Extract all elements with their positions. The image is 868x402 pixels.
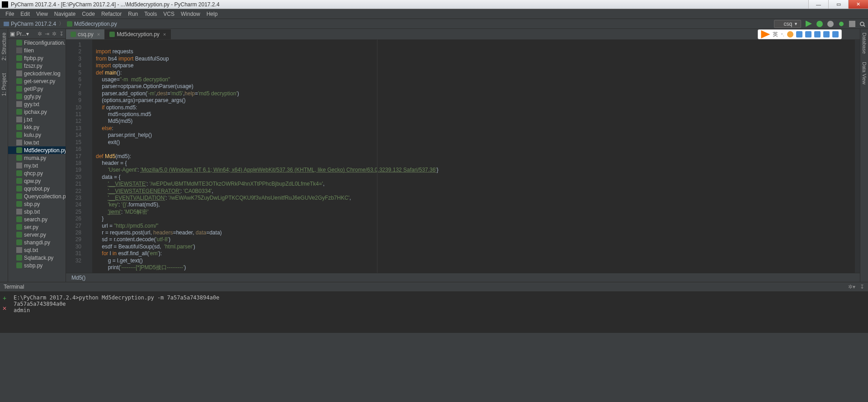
tree-item-label: get-server.py bbox=[24, 78, 55, 84]
tree-item[interactable]: shangdi.py bbox=[8, 238, 66, 246]
tree-item[interactable]: Md5decryption.py bbox=[8, 146, 66, 154]
tree-item[interactable]: qhcp.py bbox=[8, 169, 66, 177]
tree-item[interactable]: geckodriver.log bbox=[8, 70, 66, 77]
tree-item[interactable]: fzszr.py bbox=[8, 62, 66, 70]
ime-lang[interactable]: 英 bbox=[773, 31, 778, 38]
menu-view[interactable]: View bbox=[33, 10, 51, 18]
text-file-icon bbox=[16, 101, 22, 107]
tree-item-label: shangdi.py bbox=[24, 239, 50, 246]
project-collapse-icon[interactable]: ⇥ bbox=[45, 31, 49, 37]
sidetab-project[interactable]: 1: Project bbox=[1, 71, 7, 98]
sync-icon[interactable] bbox=[838, 21, 844, 27]
project-settings-icon[interactable]: ✲ bbox=[38, 31, 42, 37]
terminal-output[interactable]: E:\PyCharm 2017.2.4>python Md5decryption… bbox=[9, 292, 868, 332]
tree-item[interactable]: sbp.txt bbox=[8, 208, 66, 215]
search-icon[interactable] bbox=[860, 22, 864, 26]
tree-item[interactable]: muma.py bbox=[8, 154, 66, 162]
settings-icon[interactable] bbox=[832, 31, 839, 37]
run-config-selector[interactable]: csq▼ bbox=[774, 20, 801, 28]
terminal-body: + ✕ E:\PyCharm 2017.2.4>python Md5decryp… bbox=[0, 292, 868, 332]
tree-item-label: j.txt bbox=[24, 117, 33, 123]
menu-edit[interactable]: Edit bbox=[18, 10, 33, 18]
tree-item[interactable]: server.py bbox=[8, 231, 66, 238]
tree-item[interactable]: ser.py bbox=[8, 223, 66, 231]
python-file-icon bbox=[16, 193, 22, 199]
keyboard-icon[interactable] bbox=[805, 31, 811, 37]
minimize-button[interactable]: — bbox=[808, 0, 828, 9]
tree-item-label: qqrobot.py bbox=[24, 186, 50, 192]
tree-item[interactable]: Sqlattack.py bbox=[8, 254, 66, 262]
crumb-root[interactable]: PyCharm 2017.2.4 bbox=[4, 21, 56, 27]
tree-item[interactable]: ipchax.py bbox=[8, 108, 66, 116]
tree-item[interactable]: sbp.py bbox=[8, 200, 66, 208]
project-hide-icon[interactable]: ↧ bbox=[59, 31, 64, 37]
terminal-new-icon[interactable]: + bbox=[3, 294, 6, 302]
mic-icon[interactable] bbox=[796, 31, 802, 37]
user-icon[interactable] bbox=[814, 31, 821, 37]
python-file-icon bbox=[16, 124, 22, 130]
tree-item[interactable]: search.py bbox=[8, 215, 66, 223]
tree-item-label: sbp.py bbox=[24, 201, 40, 207]
terminal-header: Terminal ✲▾ ↧ bbox=[0, 282, 868, 292]
structure-icon[interactable] bbox=[849, 21, 855, 27]
tree-item[interactable]: Fileconfiguration.py bbox=[8, 39, 66, 47]
tree-item[interactable]: kulu.py bbox=[8, 131, 66, 139]
menu-refactor[interactable]: Refactor bbox=[99, 10, 124, 18]
menu-help[interactable]: Help bbox=[204, 10, 221, 18]
sidetab-database[interactable]: Database bbox=[862, 31, 867, 56]
tree-item[interactable]: qqrobot.py bbox=[8, 185, 66, 192]
run-icon[interactable] bbox=[806, 21, 812, 27]
ime-toolbar[interactable]: 英 •, bbox=[758, 29, 842, 39]
project-pane: ▣ Pr...▾ ✲ ⇥ ✲ ↧ Fileconfiguration.pyfil… bbox=[8, 29, 66, 282]
tree-item[interactable]: low.txt bbox=[8, 139, 66, 146]
python-file-icon bbox=[16, 239, 22, 245]
tree-item[interactable]: ggfy.py bbox=[8, 93, 66, 100]
menu-tools[interactable]: Tools bbox=[142, 10, 160, 18]
project-gear-icon[interactable]: ✲ bbox=[52, 31, 57, 37]
coverage-icon[interactable] bbox=[827, 21, 834, 27]
tree-item[interactable]: sql.txt bbox=[8, 246, 66, 254]
menu-window[interactable]: Window bbox=[178, 10, 203, 18]
sidetab-structure[interactable]: 2: Structure bbox=[1, 31, 7, 62]
tree-item[interactable]: get-server.py bbox=[8, 77, 66, 85]
terminal-gear-icon[interactable]: ✲▾ bbox=[848, 284, 855, 290]
tree-item[interactable]: filen bbox=[8, 47, 66, 54]
tree-item[interactable]: ftpbp.py bbox=[8, 54, 66, 62]
fold-column[interactable] bbox=[86, 40, 92, 273]
terminal-hide-icon[interactable]: ↧ bbox=[860, 284, 864, 290]
menu-file[interactable]: File bbox=[3, 10, 17, 18]
tree-item[interactable]: ssbp.py bbox=[8, 262, 66, 269]
menu-navigate[interactable]: Navigate bbox=[52, 10, 78, 18]
tree-item[interactable]: gyy.txt bbox=[8, 100, 66, 108]
menu-vcs[interactable]: VCS bbox=[160, 10, 177, 18]
python-file-icon bbox=[16, 170, 22, 176]
tab-csq[interactable]: csq.py× bbox=[66, 29, 105, 39]
close-icon[interactable]: × bbox=[163, 32, 166, 37]
menu-code[interactable]: Code bbox=[79, 10, 98, 18]
tree-item-label: server.py bbox=[24, 232, 46, 238]
code-content[interactable]: import requests from bs4 import Beautifu… bbox=[92, 40, 854, 273]
tree-item[interactable]: qpw.py bbox=[8, 177, 66, 185]
emoji-icon[interactable] bbox=[787, 31, 793, 37]
tree-item[interactable]: kkk.py bbox=[8, 123, 66, 131]
project-header-label[interactable]: ▣ Pr...▾ bbox=[10, 31, 29, 37]
code-editor[interactable]: 1234567891011121314151617181920212223242… bbox=[66, 40, 860, 273]
tab-md5decryption[interactable]: Md5decryption.py× bbox=[105, 29, 171, 39]
maximize-button[interactable]: ▭ bbox=[828, 0, 848, 9]
menu-run[interactable]: Run bbox=[125, 10, 141, 18]
tree-item[interactable]: my.txt bbox=[8, 162, 66, 169]
debug-icon[interactable] bbox=[816, 21, 823, 27]
crumb-file[interactable]: Md5decryption.py bbox=[67, 21, 117, 27]
terminal-title[interactable]: Terminal bbox=[4, 284, 24, 290]
python-file-icon bbox=[16, 109, 22, 115]
tree-item[interactable]: Querycollection.py bbox=[8, 192, 66, 200]
tree-item[interactable]: getIP.py bbox=[8, 85, 66, 93]
sidetab-dataview[interactable]: Data View bbox=[862, 60, 867, 86]
skin-icon[interactable] bbox=[823, 31, 830, 37]
close-icon[interactable]: × bbox=[97, 32, 100, 37]
project-tree[interactable]: Fileconfiguration.pyfilenftpbp.pyfzszr.p… bbox=[8, 39, 66, 282]
close-button[interactable]: ✕ bbox=[848, 0, 868, 9]
editor-scrollbar[interactable] bbox=[854, 40, 860, 273]
terminal-close-icon[interactable]: ✕ bbox=[2, 305, 7, 312]
tree-item[interactable]: j.txt bbox=[8, 116, 66, 123]
